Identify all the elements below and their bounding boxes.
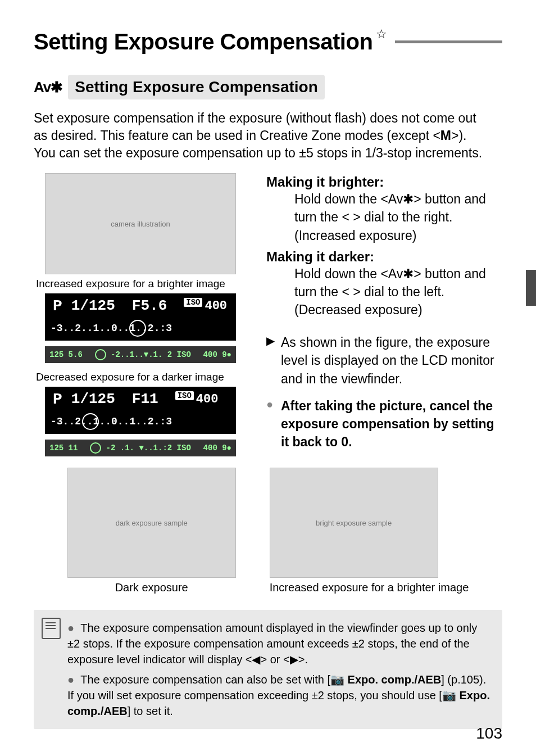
triangle-icon: ▶ (266, 333, 281, 388)
vf-right: 400 9● (203, 443, 231, 452)
photo-row: dark exposure sample Dark exposure brigh… (34, 468, 502, 594)
caption-brighter: Increased exposure for a brighter image (34, 278, 247, 290)
bullet-text: As shown in the figure, the exposure lev… (281, 333, 502, 388)
lcd-aperture: F11 (132, 391, 175, 408)
page-number: 103 (476, 725, 502, 743)
lcd-display-darker: P 1/125 F11 ISO 400 -3..2..1..0..1..2.:3 (45, 387, 236, 434)
vf-left: 125 11 (49, 443, 78, 452)
sample-photo-dark: dark exposure sample (67, 468, 236, 578)
body-brighter: Hold down the <Av✱> button and turn the … (294, 190, 502, 245)
vf-mid: -2 .1. ▼..1.:2 ISO (78, 442, 203, 454)
note-box: ● The exposure compensation amount displ… (34, 610, 502, 729)
photo-block-dark: dark exposure sample Dark exposure (67, 468, 236, 594)
intro-line: as desired. This feature can be used in … (34, 128, 440, 143)
text-line: Hold down the <Av✱> button and (294, 266, 486, 281)
text-line: turn the < > dial to the right. (294, 210, 452, 224)
subhead-row: Av✱ Setting Exposure Compensation (34, 75, 502, 99)
lcd-scale: -3..2..1..0..1..2.:3 (45, 411, 236, 432)
lcd-scale-marker-icon (129, 320, 146, 337)
lcd-iso-tag: ISO (175, 391, 194, 400)
menu-ref: 📷 Expo. comp./AEB (330, 673, 441, 686)
title-row: Setting Exposure Compensation ☆ (34, 29, 502, 55)
lcd-row1: P 1/125 F5.6 ISO 400 (45, 293, 236, 318)
lcd-iso-value: 400 (196, 392, 219, 406)
two-column: camera illustration Increased exposure f… (34, 173, 502, 456)
vf-marker-icon (90, 442, 101, 454)
vf-mid-text: -2 .1. ▼..1.:2 ISO (106, 443, 191, 452)
intro-paragraph: Set exposure compensation if the exposur… (34, 110, 502, 162)
circle-icon: ● (266, 397, 281, 451)
lcd-scale: -3..2..1..0..1..2.:3 (45, 318, 236, 338)
note-text: The exposure compensation can also be se… (80, 673, 330, 686)
lcd-scale-marker-icon (82, 413, 99, 430)
right-column: Making it brighter: Hold down the <Av✱> … (247, 173, 502, 456)
camera-illustration: camera illustration (45, 173, 236, 274)
bullet-icon: ● (67, 622, 74, 634)
body-darker: Hold down the <Av✱> button and turn the … (294, 265, 502, 319)
lcd-shutter: 1/125 (71, 297, 132, 314)
text-line: turn the < > dial to the left. (294, 284, 444, 299)
vf-mid-text: -2..1..▼.1. 2 ISO (111, 350, 191, 359)
vf-right: 400 9● (203, 350, 231, 359)
note-item: ● The exposure compensation amount displ… (67, 620, 491, 667)
photo-caption-dark: Dark exposure (67, 581, 236, 594)
note-icon (42, 618, 61, 639)
note-text: The exposure compensation amount display… (67, 622, 477, 666)
intro-line: >). (451, 128, 466, 143)
text-line: (Decreased exposure) (294, 302, 423, 317)
bullet-text-bold: After taking the picture, cancel the exp… (281, 397, 502, 451)
bullet-icon: ● (67, 673, 74, 686)
bullet-triangle: ▶ As shown in the figure, the exposure l… (266, 333, 502, 388)
text-line: (Increased exposure) (294, 228, 416, 243)
viewfinder-brighter: 125 5.6 -2..1..▼.1. 2 ISO 400 9● (45, 346, 236, 363)
text-line: Hold down the <Av✱> button and (294, 192, 486, 206)
page-title: Setting Exposure Compensation (34, 29, 373, 55)
lcd-iso-value: 400 (205, 299, 227, 313)
lcd-aperture: F5.6 (132, 297, 184, 314)
lcd-scale-text: -3..2..1..0..1..2.:3 (51, 416, 172, 427)
caption-darker: Decreased exposure for a darker image (34, 371, 247, 383)
lcd-iso-tag: ISO (184, 298, 202, 307)
section-subhead: Setting Exposure Compensation (68, 75, 325, 99)
heading-brighter: Making it brighter: (266, 174, 502, 190)
lcd-mode: P (45, 297, 71, 315)
lcd-shutter: 1/125 (71, 391, 132, 408)
lcd-mode: P (45, 391, 71, 408)
intro-line: Set exposure compensation if the exposur… (34, 111, 476, 125)
star-icon: ☆ (376, 27, 387, 42)
page: Setting Exposure Compensation ☆ Av✱ Sett… (0, 0, 536, 756)
bullet-circle: ● After taking the picture, cancel the e… (266, 397, 502, 451)
lcd-display-brighter: P 1/125 F5.6 ISO 400 -3..2..1..0..1..2.:… (45, 293, 236, 341)
mode-m-icon: M (440, 128, 451, 143)
viewfinder-darker: 125 11 -2 .1. ▼..1.:2 ISO 400 9● (45, 440, 236, 456)
photo-block-bright: bright exposure sample Increased exposur… (270, 468, 469, 594)
heading-darker: Making it darker: (266, 249, 502, 265)
intro-line: You can set the exposure compensation up… (34, 146, 482, 160)
photo-caption-bright: Increased exposure for a brighter image (270, 581, 469, 594)
vf-mid: -2..1..▼.1. 2 ISO (83, 349, 203, 360)
side-tab (526, 270, 536, 306)
sample-photo-bright: bright exposure sample (270, 468, 438, 578)
note-text: ] to set it. (128, 705, 173, 717)
left-column: camera illustration Increased exposure f… (34, 173, 247, 456)
vf-marker-icon (95, 349, 106, 360)
note-item: ● The exposure compensation can also be … (67, 672, 491, 719)
av-comp-icon: Av✱ (34, 79, 62, 96)
vf-left: 125 5.6 (49, 350, 83, 359)
lcd-row1: P 1/125 F11 ISO 400 (45, 387, 236, 411)
lcd-scale-text: -3..2..1..0..1..2.:3 (51, 323, 172, 334)
title-rule (395, 40, 502, 43)
